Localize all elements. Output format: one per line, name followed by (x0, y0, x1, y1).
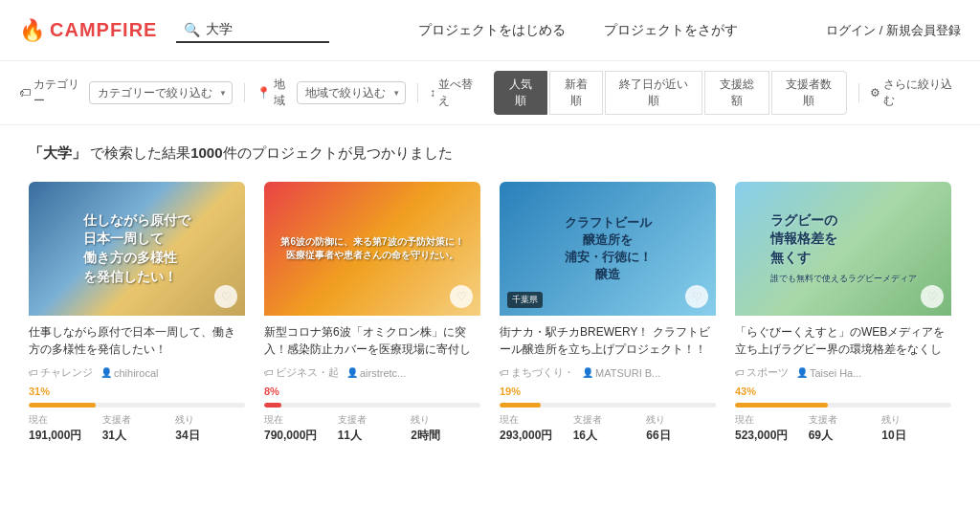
stat-current-2: 現在 790,000円 (264, 413, 334, 444)
logo-text: CAMPFIRE (50, 19, 157, 41)
result-count: 1000 (190, 144, 222, 161)
card-img-text-3: クラフトビール醸造所を浦安・行徳に！醸造 (565, 214, 652, 284)
sort-total[interactable]: 支援総額 (704, 71, 769, 115)
heart-icon-2[interactable]: ♡ (450, 285, 473, 308)
progress-label-3: 19% (500, 386, 716, 397)
card-stats-1: 現在 191,000円 支援者 31人 残り 34日 (29, 413, 245, 444)
search-keyword: 「大学」 (29, 144, 86, 161)
card-tag2-4: 👤 Taisei Ha... (796, 367, 861, 379)
card-body-3: 街ナカ・駅チカBREWERY！ クラフトビール醸造所を立ち上げプロジェクト！！ … (500, 316, 716, 452)
card-tag2-1: 👤 chihirocal (100, 367, 158, 379)
stat-current-3: 現在 293,000円 (500, 413, 569, 444)
card-tags-4: 🏷 スポーツ 👤 Taisei Ha... (735, 365, 951, 380)
category-filter-group: 🏷 カテゴリー カテゴリーで絞り込む (19, 77, 233, 109)
area-select-wrapper: 地域で絞り込む (297, 81, 406, 104)
card-stats-4: 現在 523,000円 支援者 69人 残り 10日 (735, 413, 951, 444)
divider-1 (244, 83, 245, 102)
main-content: 「大学」 「大学」で検索した結果 で検索した結果1000件のプロジェクトが見つか… (0, 125, 980, 471)
card-tags-1: 🏷 チャレンジ 👤 chihirocal (29, 365, 245, 380)
user-icon-1: 👤 (100, 367, 112, 378)
search-icon: 🔍 (184, 22, 200, 37)
flame-icon: 🔥 (19, 18, 46, 43)
card-img-text-4: ラグビーの情報格差を無くす誰でも無料で使えるラグビーメディア (770, 211, 917, 286)
area-filter-group: 📍 地域 地域で絞り込む (256, 77, 406, 109)
card-title-3: 街ナカ・駅チカBREWERY！ クラフトビール醸造所を立ち上げプロジェクト！！ (500, 323, 716, 358)
progress-fill-3 (500, 403, 541, 408)
user-icon-4: 👤 (796, 367, 808, 378)
card-image-2: 第6波の防御に、来る第7波の予防対策に！医療従事者や患者さんの命を守りたい。 ♡ (264, 182, 480, 316)
stat-supporters-4: 支援者 69人 (809, 413, 879, 444)
progress-label-1: 31% (29, 386, 245, 397)
stat-current-1: 現在 191,000円 (29, 413, 99, 444)
card-tag1-3: 🏷 まちづくり・ (500, 365, 574, 380)
area-select[interactable]: 地域で絞り込む (297, 81, 406, 104)
progress-bar-4 (735, 403, 951, 408)
card-tags-3: 🏷 まちづくり・ 👤 MATSURI B... (500, 365, 716, 380)
card-title-1: 仕事しながら原付で日本一周して、働き方の多様性を発信したい！ (29, 323, 245, 358)
more-filter-button[interactable]: ⚙ さらに絞り込む (870, 77, 961, 109)
tag-icon: 🏷 (19, 86, 31, 99)
card-image-1: 仕しながら原付で日本一周して働き方の多様性を発信したい！ ♡ (29, 182, 245, 316)
sort-ending[interactable]: 終了日が近い順 (605, 71, 702, 115)
filter-bar: 🏷 カテゴリー カテゴリーで絞り込む 📍 地域 地域で絞り込む ↕ 並べ替え 人… (0, 61, 980, 125)
card-tag2-2: 👤 airstretc... (346, 367, 406, 379)
project-card-2[interactable]: 第6波の防御に、来る第7波の予防対策に！医療従事者や患者さんの命を守りたい。 ♡… (264, 182, 480, 452)
search-box: 🔍 (176, 18, 329, 43)
card-tag1-1: 🏷 チャレンジ (29, 365, 93, 380)
tag-icon-2: 🏷 (264, 367, 274, 378)
divider-3 (858, 83, 859, 102)
card-tags-2: 🏷 ビジネス・起 👤 airstretc... (264, 365, 480, 380)
nav-find-project[interactable]: プロジェクトをさがす (604, 22, 738, 39)
project-card-1[interactable]: 仕しながら原付で日本一周して働き方の多様性を発信したい！ ♡ 仕事しながら原付で… (29, 182, 245, 452)
progress-label-4: 43% (735, 386, 951, 397)
progress-bar-3 (500, 403, 716, 408)
stat-remaining-3: 残り 66日 (646, 413, 716, 444)
card-title-2: 新型コロナ第6波「オミクロン株」に突入！感染防止カバーを医療現場に寄付したい！ (264, 323, 480, 358)
stat-supporters-3: 支援者 16人 (573, 413, 643, 444)
progress-fill-2 (264, 403, 281, 408)
stat-supporters-1: 支援者 31人 (102, 413, 172, 444)
card-tag2-3: 👤 MATSURI B... (582, 367, 660, 379)
area-filter-label: 📍 地域 (256, 77, 291, 109)
card-body-1: 仕事しながら原付で日本一周して、働き方の多様性を発信したい！ 🏷 チャレンジ 👤… (29, 316, 245, 452)
card-img-text-2: 第6波の防御に、来る第7波の予防対策に！医療従事者や患者さんの命を守りたい。 (280, 235, 463, 262)
heart-icon-3[interactable]: ♡ (685, 285, 708, 308)
card-image-4: ラグビーの情報格差を無くす誰でも無料で使えるラグビーメディア ♡ (735, 182, 951, 316)
stat-supporters-2: 支援者 11人 (338, 413, 408, 444)
tag-icon-3: 🏷 (500, 367, 509, 378)
card-tag1-2: 🏷 ビジネス・起 (264, 365, 339, 380)
heart-icon-4[interactable]: ♡ (921, 285, 944, 308)
header: 🔥 CAMPFIRE 🔍 プロジェクトをはじめる プロジェクトをさがす ログイン… (0, 0, 980, 61)
card-tag1-4: 🏷 スポーツ (735, 365, 789, 380)
card-img-text-1: 仕しながら原付で日本一周して働き方の多様性を発信したい！ (83, 211, 190, 286)
heart-icon-1[interactable]: ♡ (214, 285, 237, 308)
logo[interactable]: 🔥 CAMPFIRE (19, 18, 157, 43)
location-badge-3: 千葉県 (507, 292, 543, 308)
stat-remaining-1: 残り 34日 (175, 413, 245, 444)
sort-icon: ↕ (430, 86, 435, 99)
stat-current-4: 現在 523,000円 (735, 413, 805, 444)
nav-center: プロジェクトをはじめる プロジェクトをさがす (329, 22, 826, 39)
sort-supporters[interactable]: 支援者数順 (771, 71, 847, 115)
progress-fill-1 (29, 403, 96, 408)
stat-remaining-2: 残り 2時間 (411, 413, 480, 444)
nav-start-project[interactable]: プロジェクトをはじめる (418, 22, 566, 39)
project-card-3[interactable]: クラフトビール醸造所を浦安・行徳に！醸造 千葉県 ♡ 街ナカ・駅チカBREWER… (500, 182, 716, 452)
tag-icon-1: 🏷 (29, 367, 38, 378)
card-image-3: クラフトビール醸造所を浦安・行徳に！醸造 千葉県 ♡ (500, 182, 716, 316)
sort-newest[interactable]: 新着順 (549, 71, 603, 115)
card-title-4: 「らぐびーくえすと」のWEBメディアを立ち上げラグビー界の環境格差をなくしたい！ (735, 323, 951, 358)
search-input[interactable] (206, 22, 321, 37)
gear-icon: ⚙ (870, 86, 880, 99)
stat-remaining-4: 残り 10日 (881, 413, 951, 444)
sort-buttons: 人気順 新着順 終了日が近い順 支援総額 支援者数順 (494, 71, 846, 115)
project-card-4[interactable]: ラグビーの情報格差を無くす誰でも無料で使えるラグビーメディア ♡ 「らぐびーくえ… (735, 182, 951, 452)
user-icon-2: 👤 (346, 367, 358, 378)
nav-auth[interactable]: ログイン / 新規会員登録 (826, 22, 961, 39)
card-body-4: 「らぐびーくえすと」のWEBメディアを立ち上げラグビー界の環境格差をなくしたい！… (735, 316, 951, 452)
sort-popular[interactable]: 人気順 (494, 71, 547, 115)
category-filter-label: 🏷 カテゴリー (19, 77, 83, 109)
category-select[interactable]: カテゴリーで絞り込む (89, 81, 233, 104)
tag-icon-4: 🏷 (735, 367, 745, 378)
category-select-wrapper: カテゴリーで絞り込む (89, 81, 233, 104)
